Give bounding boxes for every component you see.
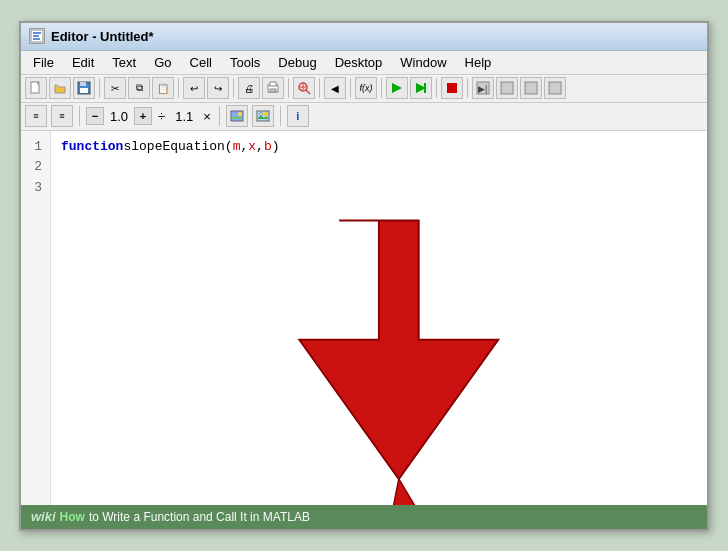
menu-text[interactable]: Text — [104, 53, 144, 72]
stop-button[interactable] — [441, 77, 463, 99]
indent2-button[interactable]: ≡ — [51, 105, 73, 127]
line-number-2: 2 — [29, 157, 42, 178]
save-button[interactable] — [73, 77, 95, 99]
font-decrease-button[interactable]: − — [86, 107, 104, 125]
svg-rect-23 — [549, 82, 561, 94]
svg-point-29 — [264, 112, 268, 116]
run-button[interactable] — [386, 77, 408, 99]
code-line-1: function slopeEquation ( m , x , b ) — [61, 137, 697, 158]
sep7 — [381, 78, 382, 98]
wiki-footer: wiki How to Write a Function and Call It… — [21, 505, 707, 529]
copy-button[interactable]: ⧉ — [128, 77, 150, 99]
svg-rect-22 — [525, 82, 537, 94]
svg-point-26 — [238, 112, 242, 116]
window-title: Editor - Untitled* — [51, 29, 154, 44]
toolbar-2: ≡ ≡ − 1.0 + ÷ 1.1 × i — [21, 103, 707, 131]
svg-rect-21 — [501, 82, 513, 94]
line-number-1: 1 — [29, 137, 42, 158]
menu-debug[interactable]: Debug — [270, 53, 324, 72]
debug1-button[interactable]: ▶| — [472, 77, 494, 99]
run2-button[interactable] — [410, 77, 432, 99]
print-button[interactable]: 🖨 — [238, 77, 260, 99]
function-name: slopeEquation — [123, 137, 224, 158]
close-paren: ) — [272, 137, 280, 158]
sep4 — [288, 78, 289, 98]
cut-button[interactable]: ✂ — [104, 77, 126, 99]
menu-help[interactable]: Help — [457, 53, 500, 72]
svg-rect-18 — [447, 83, 457, 93]
menu-tools[interactable]: Tools — [222, 53, 268, 72]
back-button[interactable]: ◀ — [324, 77, 346, 99]
info-button[interactable]: i — [287, 105, 309, 127]
print2-button[interactable] — [262, 77, 284, 99]
editor-area[interactable]: 1 2 3 function slopeEquation ( m , x , b… — [21, 131, 707, 505]
svg-rect-7 — [80, 88, 88, 93]
comma-1: , — [240, 137, 248, 158]
sep-t2b — [219, 106, 220, 126]
svg-text:▶|: ▶| — [478, 84, 487, 94]
svg-line-12 — [306, 90, 310, 94]
window-icon — [29, 28, 45, 44]
font-size-value2: 1.1 — [171, 109, 197, 124]
menu-window[interactable]: Window — [392, 53, 454, 72]
title-bar: Editor - Untitled* — [21, 23, 707, 51]
font-size-value: 1.0 — [106, 109, 132, 124]
sep8 — [436, 78, 437, 98]
code-line-3 — [61, 178, 697, 199]
menu-cell[interactable]: Cell — [182, 53, 220, 72]
fx-button[interactable]: f(x) — [355, 77, 377, 99]
svg-rect-9 — [270, 82, 276, 86]
line-number-3: 3 — [29, 178, 42, 199]
debug2-button[interactable] — [496, 77, 518, 99]
x-label: × — [201, 109, 213, 124]
open-paren: ( — [225, 137, 233, 158]
svg-point-30 — [259, 113, 262, 116]
param-x: x — [248, 137, 256, 158]
menu-edit[interactable]: Edit — [64, 53, 102, 72]
wiki-brand: wiki — [31, 509, 56, 524]
menu-go[interactable]: Go — [146, 53, 179, 72]
sep2 — [178, 78, 179, 98]
find-button[interactable] — [293, 77, 315, 99]
sep-t2 — [79, 106, 80, 126]
divide-label: ÷ — [156, 109, 167, 124]
code-editor[interactable]: function slopeEquation ( m , x , b ) — [51, 131, 707, 505]
indent-button[interactable]: ≡ — [25, 105, 47, 127]
param-m: m — [233, 137, 241, 158]
font-increase-button[interactable]: + — [134, 107, 152, 125]
open-button[interactable] — [49, 77, 71, 99]
sep1 — [99, 78, 100, 98]
menu-desktop[interactable]: Desktop — [327, 53, 391, 72]
debug4-button[interactable] — [544, 77, 566, 99]
svg-rect-10 — [270, 89, 276, 92]
sep3 — [233, 78, 234, 98]
line-numbers: 1 2 3 — [21, 131, 51, 505]
sep6 — [350, 78, 351, 98]
toolbar-1: ✂ ⧉ 📋 ↩ ↪ 🖨 ◀ f(x) — [21, 75, 707, 103]
img2-button[interactable] — [252, 105, 274, 127]
new-button[interactable] — [25, 77, 47, 99]
sep5 — [319, 78, 320, 98]
keyword-function: function — [61, 137, 123, 158]
comma-2: , — [256, 137, 264, 158]
undo-button[interactable]: ↩ — [183, 77, 205, 99]
sep-t2c — [280, 106, 281, 126]
debug3-button[interactable] — [520, 77, 542, 99]
wiki-how: How — [60, 510, 85, 524]
menu-file[interactable]: File — [25, 53, 62, 72]
code-line-2 — [61, 157, 697, 178]
svg-marker-15 — [392, 83, 402, 93]
img1-button[interactable] — [226, 105, 248, 127]
paste-button[interactable]: 📋 — [152, 77, 174, 99]
redo-button[interactable]: ↪ — [207, 77, 229, 99]
font-size-control: − 1.0 + — [86, 107, 152, 125]
svg-rect-6 — [80, 82, 86, 86]
menu-bar: File Edit Text Go Cell Tools Debug Deskt… — [21, 51, 707, 75]
footer-description: to Write a Function and Call It in MATLA… — [89, 510, 310, 524]
param-b: b — [264, 137, 272, 158]
sep9 — [467, 78, 468, 98]
